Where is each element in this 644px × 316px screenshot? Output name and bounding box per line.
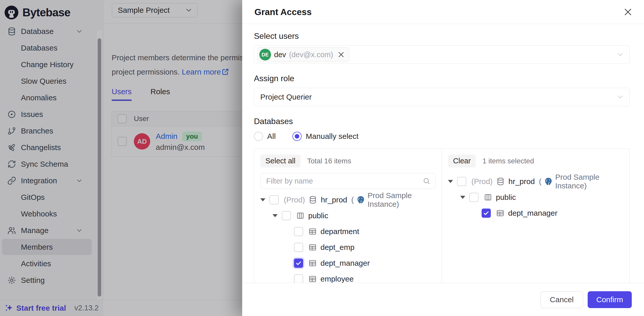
user-chip: DE dev (dev@x.com) [257, 47, 349, 62]
tree-node-label: hr_prod [508, 177, 535, 186]
checkbox[interactable] [294, 274, 303, 284]
tree-expand-caret[interactable] [448, 180, 453, 183]
tree-node-label: dept_manager [508, 209, 557, 217]
checkbox[interactable] [282, 211, 291, 220]
chevron-down-icon [616, 93, 624, 101]
remove-user-icon[interactable] [337, 50, 345, 59]
tree-row-dept_emp[interactable]: dept_emp [260, 239, 435, 255]
dialog-footer: Cancel Confirm [242, 283, 644, 316]
schema-icon [296, 211, 305, 220]
dialog-title: Grant Access [254, 7, 312, 17]
dialog-header: Grant Access [242, 0, 644, 24]
table-icon [308, 259, 317, 268]
checkbox[interactable] [294, 243, 303, 252]
schema-icon [484, 193, 492, 202]
tree-row-department[interactable]: department [260, 224, 435, 239]
search-icon [422, 177, 431, 185]
checkbox[interactable] [457, 177, 466, 186]
user-chip-name: dev [274, 51, 286, 59]
radio-manual-label: Manually select [306, 132, 358, 141]
checkbox[interactable] [294, 259, 303, 268]
databases-label: Databases [254, 116, 630, 126]
database-icon [496, 177, 505, 186]
table-icon [308, 243, 317, 252]
instance-label: (Prod Sample Instance) [351, 191, 435, 209]
select-users-label: Select users [254, 31, 630, 41]
checkbox[interactable] [469, 193, 479, 202]
select-all-button[interactable]: Select all [260, 154, 301, 167]
tree-node-label: department [320, 227, 359, 236]
tree-expand-caret[interactable] [260, 198, 265, 201]
tree-expand-caret[interactable] [273, 214, 278, 217]
total-items-label: Total 16 items [307, 157, 351, 165]
clear-button[interactable]: Clear [448, 154, 476, 167]
assign-role-label: Assign role [254, 74, 630, 83]
radio-circle [254, 132, 263, 141]
confirm-button[interactable]: Confirm [588, 291, 632, 308]
selected-count-label: 1 items selected [482, 157, 534, 165]
tree-row-dept_manager[interactable]: dept_manager [260, 255, 435, 271]
tree-node-label: public [496, 193, 516, 202]
table-icon [308, 227, 317, 236]
table-icon [496, 209, 505, 217]
checkbox[interactable] [482, 209, 491, 218]
avatar: DE [259, 49, 271, 60]
dialog-body: Select users DE dev (dev@x.com) Assign r… [242, 24, 644, 316]
tree-node-label: employee [320, 275, 354, 283]
tree-node-label: public [308, 211, 328, 220]
tree-row-public[interactable]: public [448, 189, 623, 205]
close-icon[interactable] [623, 7, 633, 17]
radio-circle [292, 132, 302, 141]
postgres-icon [544, 177, 553, 186]
tree-row-hr_prod[interactable]: (Prod)hr_prod(Prod Sample Instance) [260, 192, 435, 208]
environment-label: (Prod) [284, 196, 305, 204]
selected-tree: (Prod)hr_prod(Prod Sample Instance)publi… [448, 174, 623, 221]
tree-node-label: dept_emp [320, 243, 354, 252]
instance-label: (Prod Sample Instance) [539, 173, 623, 190]
tree-node-label: hr_prod [321, 196, 347, 204]
checkbox[interactable] [294, 227, 303, 236]
chevron-down-icon [616, 51, 624, 59]
user-chip-email: (dev@x.com) [289, 51, 333, 59]
tree-row-dept_manager[interactable]: dept_manager [448, 205, 623, 221]
postgres-icon [356, 196, 365, 204]
tree-row-public[interactable]: public [260, 208, 435, 224]
table-icon [308, 275, 317, 283]
radio-all[interactable]: All [254, 132, 276, 141]
radio-manually-select[interactable]: Manually select [292, 132, 358, 141]
checkbox[interactable] [269, 195, 279, 204]
role-select[interactable]: Project Querier [254, 88, 630, 106]
source-tree: (Prod)hr_prod(Prod Sample Instance)publi… [260, 192, 435, 287]
grant-access-dialog: Grant Access Select users DE dev (dev@x.… [242, 0, 644, 316]
database-icon [308, 196, 317, 204]
filter-input-wrap [260, 173, 435, 189]
select-users-input[interactable]: DE dev (dev@x.com) [254, 45, 630, 64]
cancel-button[interactable]: Cancel [540, 291, 583, 308]
tree-row-hr_prod[interactable]: (Prod)hr_prod(Prod Sample Instance) [448, 174, 623, 189]
radio-all-label: All [267, 132, 276, 141]
role-select-value: Project Querier [260, 93, 312, 101]
tree-node-label: dept_manager [320, 259, 370, 268]
filter-input[interactable] [266, 177, 422, 186]
database-scope-radios: All Manually select [254, 132, 630, 141]
tree-expand-caret[interactable] [460, 196, 465, 199]
environment-label: (Prod) [471, 177, 493, 186]
